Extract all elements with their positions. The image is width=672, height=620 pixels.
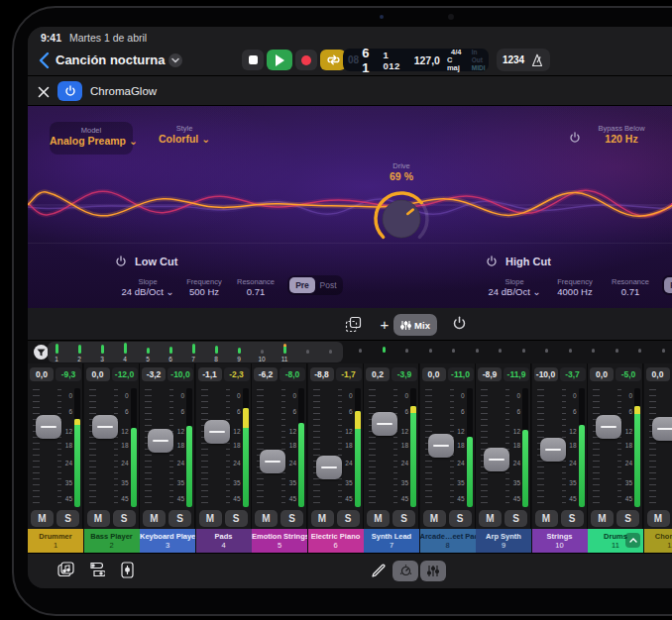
song-menu-chevron[interactable]: [168, 53, 182, 67]
mute-button[interactable]: M: [311, 510, 334, 527]
channel-strip-icon[interactable]: [121, 562, 134, 578]
loop-browser-icon[interactable]: [57, 562, 75, 577]
track-name-band[interactable]: Arp Synth 9: [476, 529, 531, 553]
peak-value[interactable]: -12,0: [112, 367, 138, 381]
pencil-icon[interactable]: [372, 564, 386, 577]
mixer-power-icon[interactable]: [452, 316, 467, 331]
volume-value[interactable]: -3,2: [142, 367, 166, 381]
low-cut-power-icon[interactable]: [115, 256, 127, 267]
solo-button[interactable]: S: [337, 510, 360, 527]
mute-button[interactable]: M: [31, 510, 54, 527]
add-plugin-button[interactable]: +: [375, 313, 394, 335]
mixer-faders-button[interactable]: [420, 561, 446, 581]
peak-value[interactable]: -1,7: [336, 367, 362, 381]
low-cut-resonance[interactable]: Resonance 0.71: [230, 277, 281, 297]
volume-fader[interactable]: [148, 429, 173, 453]
volume-fader[interactable]: [484, 448, 509, 471]
peak-value[interactable]: -3,9: [392, 367, 417, 381]
volume-fader[interactable]: [204, 420, 230, 444]
style-select[interactable]: Style Colorful ⌄: [147, 124, 222, 145]
volume-fader[interactable]: [596, 415, 621, 439]
collapse-chevron-button[interactable]: [625, 533, 640, 548]
pre-option[interactable]: Pre: [289, 277, 315, 293]
track-name-band[interactable]: Drums 11: [588, 529, 643, 553]
solo-button[interactable]: S: [56, 510, 79, 527]
overview-visible-range[interactable]: 1234567891011: [48, 342, 343, 362]
model-select[interactable]: Model Analog Preamp ⌄: [50, 122, 133, 155]
solo-button[interactable]: S: [113, 510, 136, 527]
level-group[interactable]: Level 0.0: [650, 124, 672, 145]
close-plugin-button[interactable]: [38, 84, 52, 98]
paste-settings-icon[interactable]: [345, 316, 362, 333]
peak-value[interactable]: -10,0: [168, 367, 193, 381]
peak-value[interactable]: -9,3: [56, 367, 81, 381]
low-cut-slope[interactable]: Slope 24 dB/Oct ⌄: [119, 277, 176, 297]
volume-fader[interactable]: [36, 415, 61, 439]
peak-value[interactable]: -2,3: [224, 367, 250, 381]
volume-value[interactable]: 0,2: [366, 367, 390, 381]
mute-button[interactable]: M: [423, 510, 446, 527]
track-name-band[interactable]: Drummer 1: [28, 529, 83, 553]
high-cut-slope[interactable]: Slope 24 dB/Oct ⌄: [486, 277, 543, 297]
solo-button[interactable]: S: [504, 510, 527, 527]
volume-value[interactable]: -8,8: [310, 367, 334, 381]
track-name-band[interactable]: Synth Lead 7: [364, 529, 419, 553]
volume-value[interactable]: -1,1: [198, 367, 222, 381]
stop-button[interactable]: [242, 50, 264, 70]
drive-knob[interactable]: [372, 189, 431, 249]
volume-fader[interactable]: [92, 415, 118, 439]
peak-value[interactable]: -8,0: [280, 367, 305, 381]
post-option[interactable]: Post: [315, 277, 341, 293]
mute-button[interactable]: M: [367, 510, 390, 527]
volume-fader[interactable]: [652, 417, 672, 441]
track-name-band[interactable]: Keyboard Player 3: [140, 529, 195, 553]
track-name-band[interactable]: Strings 10: [532, 529, 588, 553]
track-name-band[interactable]: Arcade…eet Pad 8: [420, 529, 476, 553]
filter-tracks-icon[interactable]: [34, 345, 49, 360]
track-name-band[interactable]: Chorus V 12: [644, 529, 672, 553]
smart-controls-button[interactable]: [392, 561, 418, 581]
peak-value[interactable]: -3,7: [560, 367, 586, 381]
back-button[interactable]: [38, 51, 54, 70]
track-name-band[interactable]: Electric Piano 6: [308, 529, 364, 553]
mute-button[interactable]: M: [591, 510, 614, 527]
volume-fader[interactable]: [260, 450, 285, 473]
solo-button[interactable]: S: [616, 510, 639, 527]
mute-button[interactable]: M: [479, 510, 502, 527]
metronome-icon[interactable]: [530, 53, 544, 67]
volume-value[interactable]: -6,2: [254, 367, 278, 381]
solo-button[interactable]: S: [392, 510, 415, 527]
high-cut-frequency[interactable]: Frequency 4000 Hz: [547, 277, 603, 297]
overview-offscreen-tracks[interactable]: [347, 342, 672, 362]
count-in-button[interactable]: 1234: [503, 54, 524, 65]
solo-button[interactable]: S: [561, 510, 584, 527]
peak-value[interactable]: -11,9: [504, 367, 529, 381]
peak-value[interactable]: -5,0: [616, 367, 641, 381]
volume-value[interactable]: 0,0: [30, 367, 54, 381]
mute-button[interactable]: M: [143, 510, 166, 527]
high-cut-resonance[interactable]: Resonance 0.71: [605, 277, 656, 297]
mix-mode-button[interactable]: Mix: [393, 314, 437, 336]
solo-button[interactable]: S: [449, 510, 472, 527]
volume-fader[interactable]: [428, 434, 454, 458]
volume-fader[interactable]: [316, 456, 342, 479]
mute-button[interactable]: M: [647, 510, 670, 527]
low-cut-frequency[interactable]: Frequency 500 Hz: [178, 277, 230, 297]
mute-button[interactable]: M: [87, 510, 110, 527]
peak-value[interactable]: -11,0: [448, 367, 474, 381]
volume-value[interactable]: 0,0: [86, 367, 110, 381]
volume-value[interactable]: -8,9: [478, 367, 502, 381]
track-name-band[interactable]: Bass Player 2: [84, 529, 140, 553]
volume-fader[interactable]: [540, 438, 566, 462]
track-name-band[interactable]: Emotion Strings 5: [252, 529, 307, 553]
volume-value[interactable]: 0,0: [590, 367, 614, 381]
high-cut-power-icon[interactable]: [486, 256, 498, 267]
solo-button[interactable]: S: [168, 510, 191, 527]
play-button[interactable]: [267, 50, 292, 70]
plugin-power-button[interactable]: [57, 81, 82, 101]
plugin-tiles-icon[interactable]: [89, 562, 105, 577]
lcd-display[interactable]: 08 6 1 1 012 127,0 4/4 C maj In Out MIDI: [343, 49, 489, 71]
mute-button[interactable]: M: [255, 510, 278, 527]
volume-fader[interactable]: [372, 412, 397, 436]
mute-button[interactable]: M: [535, 510, 558, 527]
